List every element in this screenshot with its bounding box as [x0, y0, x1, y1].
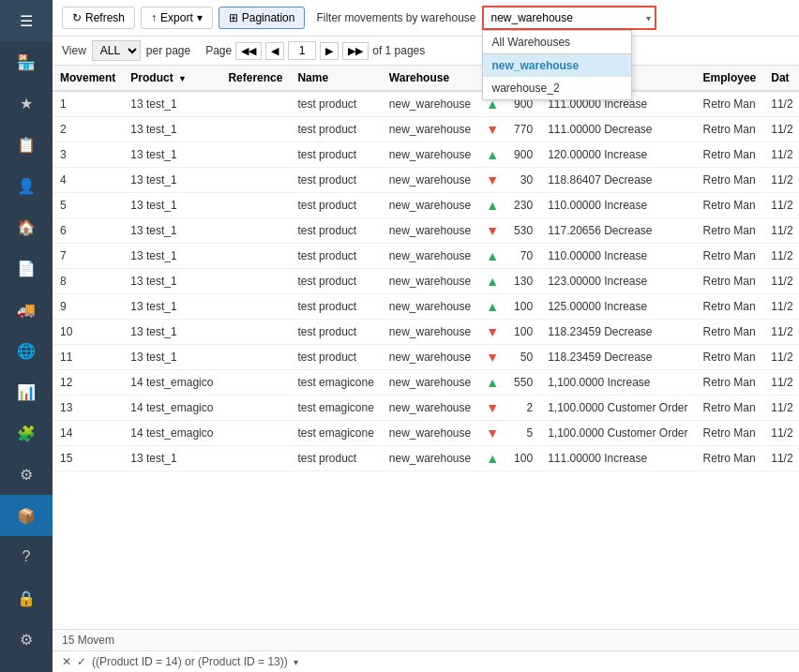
col-product[interactable]: Product ▼	[123, 66, 220, 91]
cell-product: 13 test_1	[123, 218, 220, 244]
cell-warehouse: new_warehouse	[382, 320, 478, 345]
cell-product: 13 test_1	[123, 142, 220, 168]
page-input[interactable]	[288, 41, 316, 60]
sidebar-sliders[interactable]: ⚙	[0, 454, 53, 495]
cell-movement: 1	[53, 91, 123, 117]
sidebar-chart[interactable]: 📊	[0, 371, 53, 412]
pagination-controls: Page ◀◀ ◀ ▶ ▶▶ of 1 pages	[205, 41, 425, 60]
cell-product: 13 test_1	[123, 91, 220, 117]
dropdown-item-warehouse-2[interactable]: warehouse_2	[483, 77, 631, 99]
sidebar-settings[interactable]: ⚙	[0, 619, 53, 660]
filter-expression: ((Product ID = 14) or (Product ID = 13))	[92, 655, 288, 668]
table-row: 4 13 test_1 test product new_warehouse ▼…	[53, 168, 799, 193]
cell-reference	[220, 91, 290, 117]
product-sort-icon: ▼	[178, 74, 187, 83]
cell-employee: Retro Man	[696, 168, 764, 193]
cell-reference	[220, 244, 290, 269]
filter-dropdown-icon[interactable]: ▾	[294, 657, 298, 667]
direction-up-icon: ▲	[486, 274, 499, 289]
cell-qty: 530	[506, 218, 540, 244]
status-text: 15 Movem	[62, 634, 114, 647]
sidebar-hamburger[interactable]: ☰	[0, 0, 53, 41]
sidebar-clipboard[interactable]: 📋	[0, 124, 53, 165]
movements-table: Movement Product ▼ Reference Name Wareho…	[53, 66, 799, 471]
refresh-button[interactable]: ↻ Refresh	[62, 7, 135, 29]
direction-down-icon: ▼	[486, 350, 499, 365]
cell-employee: Retro Man	[696, 370, 764, 396]
view-label-text: View	[62, 44, 86, 57]
warehouse-select-input[interactable]	[482, 6, 656, 30]
cell-product: 13 test_1	[123, 320, 220, 345]
cell-name: test emagicone	[290, 421, 381, 446]
pagination-button[interactable]: ⊞ Pagination	[219, 7, 306, 29]
cell-date: 11/2	[763, 345, 799, 370]
cell-product: 13 test_1	[123, 446, 220, 471]
cell-date: 11/2	[763, 320, 799, 345]
direction-down-icon: ▼	[486, 122, 499, 137]
cell-product: 13 test_1	[123, 117, 220, 142]
cell-employee: Retro Man	[696, 244, 764, 269]
cell-reference	[220, 345, 290, 370]
filter-close-button[interactable]: ✕	[62, 655, 71, 668]
view-bar: View ALL per page Page ◀◀ ◀ ▶ ▶▶ of 1 pa…	[53, 37, 799, 66]
sidebar-puzzle[interactable]: 🧩	[0, 412, 53, 454]
warehouse-dropdown: All Warehouses new_warehouse warehouse_2	[482, 30, 632, 100]
cell-reference	[220, 421, 290, 446]
table-row: 10 13 test_1 test product new_warehouse …	[53, 320, 799, 345]
filter-bar: ✕ ✓ ((Product ID = 14) or (Product ID = …	[53, 650, 799, 672]
cell-direction: ▼	[478, 117, 506, 142]
cell-reference	[220, 168, 290, 193]
cell-reference	[220, 396, 290, 421]
cell-name: test product	[290, 345, 381, 370]
sidebar-home[interactable]: 🏠	[0, 206, 53, 247]
cell-reference	[220, 320, 290, 345]
col-name: Name	[290, 66, 381, 91]
col-movement: Movement	[53, 66, 123, 91]
sidebar-document[interactable]: 📄	[0, 247, 53, 289]
cell-movement: 14	[53, 421, 123, 446]
sidebar-truck[interactable]: 🚚	[0, 289, 53, 330]
cell-date: 11/2	[763, 396, 799, 421]
cell-warehouse: new_warehouse	[382, 269, 478, 294]
direction-down-icon: ▼	[486, 324, 499, 339]
next-page-button[interactable]: ▶	[320, 42, 339, 60]
cell-name: test emagicone	[290, 370, 381, 396]
cell-movement: 6	[53, 218, 123, 244]
cell-name: test emagicone	[290, 396, 381, 421]
filter-check-button[interactable]: ✓	[77, 655, 86, 668]
cell-name: test product	[290, 142, 381, 168]
direction-down-icon: ▼	[486, 426, 499, 441]
sidebar-globe[interactable]: 🌐	[0, 330, 53, 371]
dropdown-item-all-warehouses[interactable]: All Warehouses	[483, 31, 631, 53]
export-button[interactable]: ↑ Export ▾	[141, 7, 213, 29]
per-page-select[interactable]: ALL	[92, 40, 141, 61]
cell-employee: Retro Man	[696, 320, 764, 345]
prev-page-button[interactable]: ◀	[265, 42, 284, 60]
sidebar-person[interactable]: 👤	[0, 165, 53, 206]
first-page-button[interactable]: ◀◀	[235, 42, 262, 60]
sidebar-star[interactable]: ★	[0, 82, 53, 124]
cell-employee: Retro Man	[696, 91, 764, 117]
cell-qty: 70	[506, 244, 540, 269]
cell-employee: Retro Man	[696, 345, 764, 370]
last-page-button[interactable]: ▶▶	[342, 42, 369, 60]
cell-name: test product	[290, 294, 381, 320]
sidebar-inventory[interactable]: 📦	[0, 495, 53, 536]
cell-name: test product	[290, 320, 381, 345]
cell-warehouse: new_warehouse	[382, 218, 478, 244]
sidebar-lock[interactable]: 🔒	[0, 577, 53, 619]
cell-name: test product	[290, 446, 381, 471]
cell-warehouse: new_warehouse	[382, 91, 478, 117]
cell-warehouse: new_warehouse	[382, 345, 478, 370]
cell-amount: 118.23459 Decrease	[540, 345, 695, 370]
table-row: 2 13 test_1 test product new_warehouse ▼…	[53, 117, 799, 142]
sidebar-store[interactable]: 🏪	[0, 41, 53, 82]
dropdown-item-new-warehouse[interactable]: new_warehouse	[483, 54, 631, 77]
table-row: 9 13 test_1 test product new_warehouse ▲…	[53, 294, 799, 320]
cell-movement: 8	[53, 269, 123, 294]
cell-employee: Retro Man	[696, 446, 764, 471]
cell-date: 11/2	[763, 142, 799, 168]
cell-product: 13 test_1	[123, 244, 220, 269]
cell-direction: ▲	[478, 269, 506, 294]
sidebar-help[interactable]: ?	[0, 536, 53, 577]
